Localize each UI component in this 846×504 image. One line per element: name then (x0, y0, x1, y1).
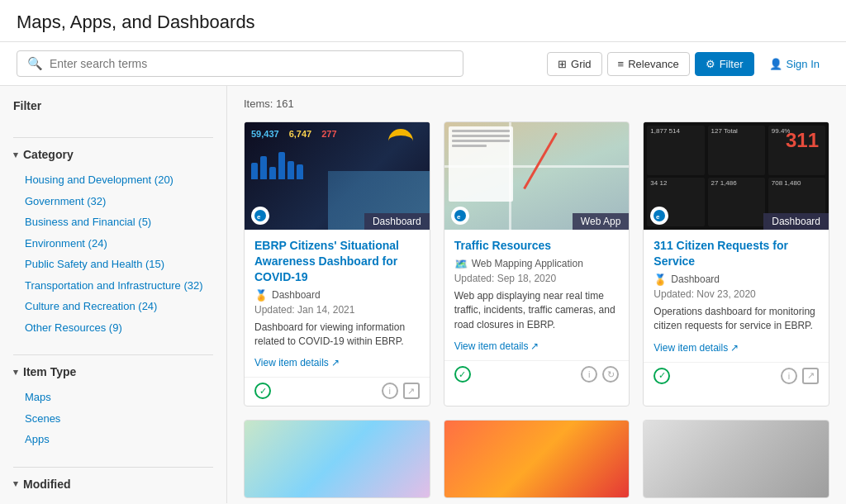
sidebar-divider-3 (13, 467, 213, 468)
card-title-2: Traffic Resources (454, 238, 620, 254)
card-footer-right-1: i ↗ (382, 383, 420, 399)
refresh-icon-2[interactable]: ↻ (602, 366, 619, 383)
card-type-label-3: Dashboard (671, 273, 720, 285)
verified-icon-1: ✓ (254, 383, 271, 399)
card-footer-right-3: i ↗ (781, 368, 819, 384)
card-type-row-2: 🗺️ Web Mapping Application (454, 258, 620, 270)
card-partial-2[interactable] (444, 420, 630, 498)
card-body-2: Traffic Resources 🗺️ Web Mapping Applica… (444, 230, 630, 360)
thumb-bar-2 (260, 156, 267, 179)
modified-today[interactable]: Today (13, 499, 213, 504)
modified-title-text: Modified (23, 478, 71, 491)
card-title-1: EBRP Citizens' Situational Awareness Das… (254, 238, 420, 285)
card-badge-1: Dashboard (364, 213, 430, 230)
verified-icon-3: ✓ (654, 368, 670, 384)
category-section: ▾ Category Housing and Development (20) … (0, 148, 226, 348)
thumb-bar-4 (278, 152, 285, 179)
chevron-down-icon-3: ▾ (13, 478, 18, 489)
filter-title-text: Filter (13, 99, 41, 112)
item-type-apps[interactable]: Apps (13, 429, 213, 450)
filter-title: Filter (13, 99, 213, 112)
thumb-311-cell-2: 127 Total (708, 126, 765, 175)
road-diag (523, 132, 558, 189)
filter-icon: ⚙ (706, 58, 715, 70)
category-item-7[interactable]: Culture and Recreation (24) (13, 296, 213, 317)
thumb-stat-1: 59,437 (251, 129, 279, 139)
item-type-title-text: Item Type (23, 365, 76, 378)
thumb-panel (449, 126, 513, 202)
item-type-section: ▾ Item Type Maps Scenes Apps (0, 365, 226, 460)
category-item-3[interactable]: Business and Financial (5) (13, 212, 213, 233)
relevance-icon: ≡ (618, 58, 625, 70)
thumb-bar-5 (288, 161, 294, 179)
category-title-text: Category (23, 148, 74, 161)
search-bar: 🔍 ⊞ Grid ≡ Relevance ⚙ Filter 👤 Sign In (0, 42, 846, 86)
category-item-2[interactable]: Government (32) (13, 191, 213, 212)
category-item-5[interactable]: Public Safety and Health (15) (13, 254, 213, 275)
card-thumbnail-3: 311 1,877 514 127 Total 99.4% 34 12 27 1… (644, 122, 829, 230)
category-item-6[interactable]: Transportation and Infrastructure (32) (13, 275, 213, 297)
card-thumbnail-1: 59,437 6,747 277 (245, 122, 430, 230)
search-input[interactable] (50, 57, 453, 70)
card-partial-3[interactable] (643, 420, 829, 498)
panel-line-4 (452, 145, 487, 147)
external-link-icon-1: ↗ (331, 357, 340, 368)
view-link-text-3: View item details (654, 342, 728, 354)
relevance-button[interactable]: ≡ Relevance (607, 52, 690, 76)
person-icon: 👤 (769, 58, 782, 70)
external-link-icon-2: ↗ (530, 340, 539, 352)
items-count: Items: 161 (244, 97, 829, 110)
card-traffic-resources[interactable]: e Web App Traffic Resources 🗺️ Web Mappi… (444, 121, 630, 407)
item-type-scenes[interactable]: Scenes (13, 408, 213, 430)
view-link-text-2: View item details (454, 340, 529, 352)
partial-thumb-2 (444, 421, 630, 497)
category-item-1[interactable]: Housing and Development (20) (13, 169, 213, 191)
category-item-4[interactable]: Environment (24) (13, 233, 213, 254)
chevron-down-icon: ▾ (13, 150, 18, 160)
filter-label: Filter (720, 58, 744, 70)
signin-button[interactable]: 👤 Sign In (759, 53, 829, 75)
content-area: Items: 161 59,437 6,747 277 (227, 86, 846, 503)
modified-title[interactable]: ▾ Modified (13, 478, 213, 491)
card-footer-left-3: ✓ (654, 368, 670, 384)
info-icon-3[interactable]: i (781, 368, 797, 384)
card-ebrp-dashboard[interactable]: 59,437 6,747 277 (244, 121, 430, 407)
thumb-311-number: 311 (786, 129, 819, 152)
item-type-title[interactable]: ▾ Item Type (13, 365, 213, 378)
card-thumbnail-2: e Web App (444, 122, 630, 230)
card-311[interactable]: 311 1,877 514 127 Total 99.4% 34 12 27 1… (643, 121, 829, 407)
card-view-link-1[interactable]: View item details ↗ (254, 357, 340, 368)
card-type-label-2: Web Mapping Application (472, 258, 583, 269)
card-footer-right-2: i ↻ (581, 366, 619, 383)
thumb-311-cell-5: 27 1,486 (708, 178, 765, 227)
card-updated-1: Updated: Jan 14, 2021 (254, 304, 420, 316)
card-footer-left-1: ✓ (254, 383, 271, 399)
info-icon-1[interactable]: i (382, 383, 398, 399)
search-container: 🔍 (17, 50, 463, 77)
info-icon-2[interactable]: i (581, 366, 597, 383)
card-view-link-2[interactable]: View item details ↗ (454, 340, 539, 352)
main-layout: Filter ▾ Category Housing and Developmen… (0, 86, 846, 503)
filter-button[interactable]: ⚙ Filter (695, 52, 754, 76)
item-type-maps[interactable]: Maps (13, 387, 213, 408)
card-view-link-3[interactable]: View item details ↗ (654, 342, 739, 354)
card-footer-1: ✓ i ↗ (245, 377, 430, 406)
card-footer-3: ✓ i ↗ (644, 362, 829, 391)
category-item-8[interactable]: Other Resources (9) (13, 317, 213, 339)
card-updated-2: Updated: Sep 18, 2020 (454, 273, 620, 284)
open-icon-1[interactable]: ↗ (403, 383, 420, 399)
thumb-bar-1 (251, 163, 258, 179)
open-icon-3[interactable]: ↗ (802, 368, 819, 384)
card-partial-1[interactable] (244, 420, 430, 498)
thumb-stat-2: 6,747 (289, 129, 312, 139)
card-footer-2: ✓ i ↻ (444, 360, 630, 389)
external-link-icon-3: ↗ (730, 342, 739, 354)
svg-text:e: e (457, 213, 461, 221)
category-title[interactable]: ▾ Category (13, 148, 213, 161)
grid-button[interactable]: ⊞ Grid (547, 52, 602, 76)
card-type-row-1: 🏅 Dashboard (254, 289, 420, 302)
panel-line-2 (452, 135, 510, 137)
sidebar-divider-2 (13, 354, 213, 355)
sidebar: Filter ▾ Category Housing and Developmen… (0, 86, 227, 503)
thumb-bar-3 (269, 167, 276, 179)
